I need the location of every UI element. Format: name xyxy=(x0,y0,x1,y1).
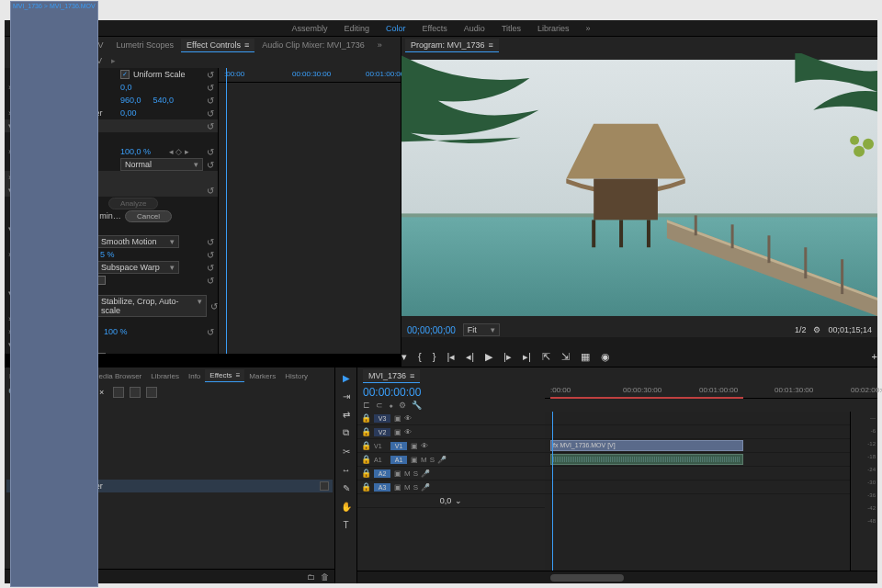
mark-in-icon[interactable]: { xyxy=(418,351,422,362)
track-v3-header[interactable]: 🔒V3▣👁 xyxy=(357,412,545,425)
mic-icon[interactable]: 🎤 xyxy=(421,469,430,478)
go-to-out-icon[interactable]: ▸| xyxy=(523,351,531,363)
lock-icon[interactable]: 🔒 xyxy=(361,413,370,423)
reset-icon[interactable]: ↺ xyxy=(207,70,214,80)
workspace-editing[interactable]: Editing xyxy=(344,24,369,33)
timeline-content[interactable]: fx MVI_1736.MOV [V] xyxy=(545,412,850,571)
ec-playhead[interactable] xyxy=(226,68,227,354)
track-v1-header[interactable]: 🔒V1V1▣👁 xyxy=(357,439,545,453)
ec-ruler[interactable]: :00:00 00:00:30:00 00:01:00:00 xyxy=(219,68,401,83)
linked-selection-icon[interactable]: ⊂ xyxy=(376,401,383,410)
toggle-output-icon[interactable]: ▣ xyxy=(411,442,418,450)
tab-program[interactable]: Program: MVI_1736≡ xyxy=(405,39,499,52)
panel-menu-icon[interactable]: ≡ xyxy=(489,40,493,50)
tab-sequence[interactable]: MVI_1736≡ xyxy=(363,369,420,383)
reset-icon[interactable]: ↺ xyxy=(207,121,214,131)
lock-icon[interactable]: 🔒 xyxy=(361,441,370,450)
scrollbar-thumb[interactable] xyxy=(550,574,624,582)
rotation-value[interactable]: 0,0 xyxy=(120,83,132,92)
razor-tool-icon[interactable]: ✂ xyxy=(340,445,353,458)
camera-icon[interactable]: ◉ xyxy=(601,351,610,363)
tab-history[interactable]: History xyxy=(280,370,312,382)
step-back-icon[interactable]: ◂| xyxy=(466,351,474,363)
lock-icon[interactable]: 🔒 xyxy=(361,469,370,478)
smoothness-value[interactable]: 5 % xyxy=(100,250,115,259)
tab-effects[interactable]: Effects≡ xyxy=(205,369,244,382)
export-frame-icon[interactable]: ▦ xyxy=(581,351,590,363)
framing-dropdown[interactable]: Stabilize, Crop, Auto-scale xyxy=(96,295,207,317)
toggle-output-icon[interactable]: ▣ xyxy=(394,428,401,436)
eye-icon[interactable]: 👁 xyxy=(421,442,428,450)
type-tool-icon[interactable]: T xyxy=(340,518,353,531)
toggle-output-icon[interactable]: ▣ xyxy=(411,456,418,464)
timeline-playhead[interactable] xyxy=(552,412,553,571)
extract-icon[interactable]: ⇲ xyxy=(561,351,570,363)
uniform-scale-checkbox[interactable] xyxy=(120,70,130,79)
new-bin-icon[interactable]: 🗀 xyxy=(307,572,315,582)
tab-effect-controls[interactable]: Effect Controls≡ xyxy=(181,39,254,52)
reset-icon[interactable]: ↺ xyxy=(207,83,214,93)
tab-libraries[interactable]: Libraries xyxy=(146,370,184,382)
reset-icon[interactable]: ↺ xyxy=(207,147,214,157)
lock-icon[interactable]: 🔒 xyxy=(361,427,370,436)
audio-clip[interactable] xyxy=(550,454,743,465)
program-monitor[interactable] xyxy=(401,53,877,322)
workspace-overflow-icon[interactable]: » xyxy=(586,24,591,33)
sequence-clip-label[interactable]: MVI_1736 > MVI_1736.MOV xyxy=(10,1,98,587)
marker-icon[interactable]: ⬥ xyxy=(389,401,393,410)
reset-icon[interactable]: ↺ xyxy=(207,237,214,247)
track-a2-header[interactable]: 🔒A2▣MS🎤 xyxy=(357,467,545,481)
button-editor-icon[interactable]: + xyxy=(872,351,877,362)
reset-icon[interactable]: ↺ xyxy=(207,327,214,337)
timeline-ruler[interactable]: :00:00 00:00:30:00 00:01:00:00 00:01:30:… xyxy=(545,384,877,399)
zoom-value[interactable]: 0,0 xyxy=(440,496,452,505)
toggle-output-icon[interactable]: ▣ xyxy=(394,483,401,492)
slip-tool-icon[interactable]: ↔ xyxy=(340,463,353,476)
tab-lumetri-scopes[interactable]: Lumetri Scopes xyxy=(111,39,180,51)
reset-icon[interactable]: ↺ xyxy=(207,186,214,196)
additional-scale-value[interactable]: 100 % xyxy=(104,327,128,336)
timeline-timecode[interactable]: 00:00:00:00 xyxy=(363,386,539,399)
effect-controls-timeline[interactable]: :00:00 00:00:30:00 00:01:00:00 xyxy=(218,68,401,354)
tab-info[interactable]: Info xyxy=(184,370,205,382)
mic-icon[interactable]: 🎤 xyxy=(437,456,447,464)
delete-icon[interactable]: 🗑 xyxy=(321,572,329,582)
panel-menu-icon[interactable]: ≡ xyxy=(410,371,414,380)
zoom-fit-dropdown[interactable]: Fit xyxy=(463,323,500,336)
panel-menu-icon[interactable]: ≡ xyxy=(236,371,241,379)
reset-icon[interactable]: ↺ xyxy=(207,250,214,260)
settings-icon[interactable]: ⚙ xyxy=(813,325,820,334)
toggle-output-icon[interactable]: ▣ xyxy=(394,469,401,478)
reset-icon[interactable]: ↺ xyxy=(210,301,218,311)
panel-menu-icon[interactable]: ≡ xyxy=(244,40,249,50)
program-scrubber[interactable] xyxy=(401,337,877,346)
antiflicker-value[interactable]: 0,00 xyxy=(120,108,137,118)
mark-out-icon[interactable]: } xyxy=(433,351,436,362)
lock-icon[interactable]: 🔒 xyxy=(361,482,370,492)
workspace-effects[interactable]: Effects xyxy=(422,24,447,33)
eye-icon[interactable]: 👁 xyxy=(404,414,412,423)
result-dropdown[interactable]: Smooth Motion xyxy=(96,235,179,248)
pen-tool-icon[interactable]: ✎ xyxy=(340,481,353,494)
reset-icon[interactable]: ↺ xyxy=(207,276,214,286)
wrench-icon[interactable]: 🔧 xyxy=(412,401,422,410)
eye-icon[interactable]: 👁 xyxy=(404,428,412,436)
hand-tool-icon[interactable]: ✋ xyxy=(340,500,353,513)
selection-tool-icon[interactable]: ▶ xyxy=(340,371,353,384)
workspace-libraries[interactable]: Libraries xyxy=(537,24,570,33)
expand-icon[interactable]: ⌄ xyxy=(455,496,462,505)
workspace-color[interactable]: Color xyxy=(386,24,406,33)
lock-icon[interactable]: 🔒 xyxy=(361,455,370,464)
track-a1-header[interactable]: 🔒A1A1▣MS🎤 xyxy=(357,453,545,467)
anchor-x-value[interactable]: 960,0 xyxy=(120,96,141,105)
method-dropdown[interactable]: Subspace Warp xyxy=(96,261,179,274)
track-v2-header[interactable]: 🔒V2▣👁 xyxy=(357,425,545,439)
timeline-scrollbar[interactable] xyxy=(357,571,877,583)
ripple-tool-icon[interactable]: ⇄ xyxy=(340,408,353,421)
snap-icon[interactable]: ⊏ xyxy=(363,401,370,410)
track-a3-header[interactable]: 🔒A3▣MS🎤 xyxy=(357,481,545,494)
program-timecode[interactable]: 00;00;00;00 xyxy=(407,325,456,335)
blend-mode-dropdown[interactable]: Normal xyxy=(120,158,203,171)
tab-markers[interactable]: Markers xyxy=(244,370,280,382)
workspace-audio[interactable]: Audio xyxy=(464,24,485,33)
